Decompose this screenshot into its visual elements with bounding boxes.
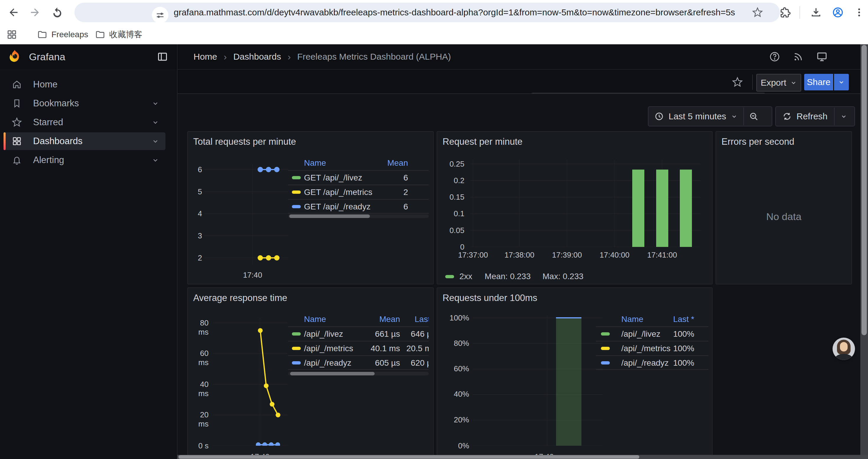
panel-title[interactable]: Errors per second xyxy=(721,136,794,147)
panel-title[interactable]: Request per minute xyxy=(442,136,523,147)
grafana-logo[interactable] xyxy=(7,49,23,64)
panel-title[interactable]: Total requests per minute xyxy=(193,136,296,147)
site-settings-icon[interactable] xyxy=(152,7,168,23)
series-color-pill xyxy=(292,191,301,194)
news-rss-icon[interactable] xyxy=(790,48,807,65)
column-header-last[interactable]: Last * xyxy=(673,315,694,325)
refresh-interval-button[interactable] xyxy=(835,107,853,126)
table-row[interactable]: /api/_/livez 661 µs 646 µs xyxy=(288,327,429,341)
vertical-scrollbar-thumb[interactable] xyxy=(862,45,867,335)
panel-requests-under-100ms[interactable]: Requests under 100ms 100% 80% 60% 40% 20… xyxy=(437,287,713,459)
bookmark-folder-blogs[interactable]: 收藏博客 xyxy=(91,27,147,42)
panel-total-requests[interactable]: Total requests per minute 6 5 4 3 2 17:4… xyxy=(187,131,434,285)
series-name[interactable]: GET /api/_/readyz xyxy=(304,202,370,211)
profile-icon[interactable] xyxy=(830,4,846,21)
column-header-name[interactable]: Name xyxy=(304,158,326,169)
timeseries-plot[interactable] xyxy=(205,164,288,265)
url-bar[interactable]: grafana.mathmast.com/d/deytv4rwavabkb/fr… xyxy=(74,3,780,22)
column-header-name[interactable]: Name xyxy=(304,315,326,325)
zoom-out-icon xyxy=(749,111,759,121)
timeseries-plot[interactable] xyxy=(213,318,287,446)
time-range-picker[interactable]: Last 5 minutes xyxy=(649,107,743,126)
star-dashboard-icon[interactable] xyxy=(729,74,746,90)
bookmark-star-icon[interactable] xyxy=(749,4,766,21)
last-value: 100% xyxy=(673,358,694,368)
series-name[interactable]: /api/_/livez xyxy=(304,329,343,339)
legend-series[interactable]: 2xx xyxy=(459,272,472,281)
floating-assistant-avatar[interactable] xyxy=(833,338,855,360)
series-name[interactable]: GET /api/_/livez xyxy=(304,173,362,183)
series-name[interactable]: GET /api/_/metrics xyxy=(304,188,372,197)
column-header-last[interactable]: Last * xyxy=(414,315,429,325)
chevron-down-icon[interactable] xyxy=(152,119,159,126)
series-name[interactable]: /api/_/metrics xyxy=(621,344,671,353)
table-row[interactable]: GET /api/_/readyz 6 xyxy=(288,200,429,214)
sidebar-item-bookmarks[interactable]: Bookmarks xyxy=(4,95,165,112)
panel-errors-per-second[interactable]: Errors per second No data xyxy=(716,131,852,285)
series-name[interactable]: /api/_/readyz xyxy=(621,358,669,368)
breadcrumb-home[interactable]: Home xyxy=(193,52,217,62)
export-button[interactable]: Export xyxy=(756,74,801,92)
series-name[interactable]: /api/_/readyz xyxy=(304,358,351,368)
chevron-down-icon[interactable] xyxy=(152,138,159,145)
legend[interactable]: 2xx Mean: 0.233 Max: 0.233 xyxy=(445,272,584,281)
table-row[interactable]: /api/_/metrics 100% xyxy=(596,341,709,355)
table-row[interactable]: /api/_/metrics 40.1 ms 20.5 ms xyxy=(288,341,429,355)
bookmark-label: 收藏博客 xyxy=(109,29,143,40)
reload-icon[interactable] xyxy=(49,4,66,21)
legend-scrollbar[interactable] xyxy=(288,372,429,375)
sidebar-item-dashboards[interactable]: Dashboards xyxy=(4,132,165,150)
apps-grid-icon[interactable] xyxy=(4,26,20,43)
table-row[interactable]: /api/_/readyz 100% xyxy=(596,356,709,370)
sidebar-toggle-icon[interactable] xyxy=(154,48,171,65)
panel-avg-response-time[interactable]: Average response time 80 ms 60 ms 40 ms … xyxy=(187,287,434,459)
downloads-icon[interactable] xyxy=(808,4,824,21)
bookmark-icon xyxy=(12,98,22,108)
sidebar-item-home[interactable]: Home xyxy=(4,76,165,93)
avatar-face xyxy=(840,342,848,352)
sidebar-item-label: Bookmarks xyxy=(33,98,152,109)
refresh-button[interactable]: Refresh xyxy=(776,107,834,126)
table-row[interactable]: GET /api/_/metrics 2 xyxy=(288,185,429,199)
y-tick: 4 xyxy=(190,209,202,218)
panel-title[interactable]: Requests under 100ms xyxy=(442,293,537,303)
bar-plot[interactable] xyxy=(470,160,701,247)
bookmark-folder-freeleaps[interactable]: Freeleaps xyxy=(33,27,92,42)
column-header-mean[interactable]: Mean xyxy=(379,315,400,325)
x-tick: 17:39:00 xyxy=(543,251,591,260)
horizontal-scrollbar-thumb[interactable] xyxy=(179,455,639,459)
y-tick: 80% xyxy=(443,339,469,348)
back-icon[interactable] xyxy=(5,4,22,21)
table-row[interactable]: /api/_/livez 100% xyxy=(596,327,709,341)
series-name[interactable]: /api/_/metrics xyxy=(304,344,353,353)
share-button[interactable]: Share xyxy=(804,74,833,90)
panel-title[interactable]: Average response time xyxy=(193,293,287,303)
area-plot[interactable] xyxy=(473,316,603,446)
breadcrumb-dashboards[interactable]: Dashboards xyxy=(234,52,281,62)
column-header-name[interactable]: Name xyxy=(621,315,644,325)
mean-value: 605 µs xyxy=(375,358,400,368)
table-row[interactable]: /api/_/readyz 605 µs 620 µs xyxy=(288,356,429,370)
sidebar-item-starred[interactable]: Starred xyxy=(4,113,165,131)
browser-menu-icon[interactable] xyxy=(851,4,867,21)
monitor-icon[interactable] xyxy=(814,48,830,65)
brand-name[interactable]: Grafana xyxy=(29,44,65,69)
bookmarks-bar: Freeleaps 收藏博客 xyxy=(0,25,868,44)
chevron-down-icon[interactable] xyxy=(152,100,159,107)
sidebar-item-alerting[interactable]: Alerting xyxy=(4,151,165,169)
column-header-mean[interactable]: Mean xyxy=(387,158,408,169)
url-text[interactable]: grafana.mathmast.com/d/deytv4rwavabkb/fr… xyxy=(174,3,735,22)
breadcrumb: Home › Dashboards › Freeleaps Metrics Da… xyxy=(193,44,451,69)
share-menu-button[interactable] xyxy=(834,74,849,90)
last-value: 100% xyxy=(673,344,694,353)
zoom-out-button[interactable] xyxy=(744,107,764,126)
extensions-icon[interactable] xyxy=(777,4,794,21)
table-row[interactable]: GET /api/_/livez 6 xyxy=(288,171,429,185)
chevron-down-icon[interactable] xyxy=(152,157,159,164)
help-icon[interactable] xyxy=(766,48,783,65)
legend-scrollbar[interactable] xyxy=(288,215,429,218)
panel-request-per-minute[interactable]: Request per minute 0.25 0.2 0.15 0.1 0.0… xyxy=(437,131,713,285)
series-name[interactable]: /api/_/livez xyxy=(621,329,660,339)
forward-icon[interactable] xyxy=(27,4,43,21)
series-color-pill xyxy=(445,275,454,278)
